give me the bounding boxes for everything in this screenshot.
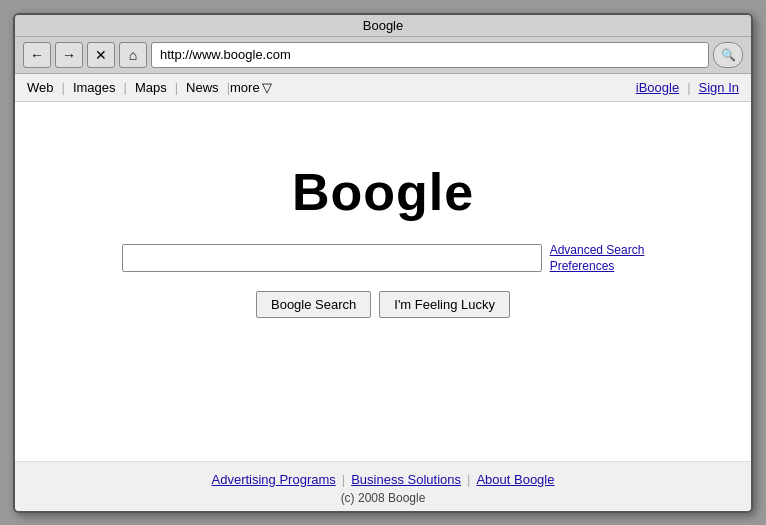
- footer-copyright: (c) 2008 Boogle: [341, 491, 426, 505]
- footer-business-link[interactable]: Business Solutions: [351, 472, 461, 487]
- home-button[interactable]: ⌂: [119, 42, 147, 68]
- toolbar: ← → ✕ ⌂ 🔍: [15, 37, 751, 74]
- go-button[interactable]: 🔍: [713, 42, 743, 68]
- boogle-search-button[interactable]: Boogle Search: [256, 291, 371, 318]
- nav-iboogle-link[interactable]: iBoogle: [636, 80, 679, 95]
- forward-button[interactable]: →: [55, 42, 83, 68]
- nav-images-link[interactable]: Images: [65, 80, 124, 95]
- nav-more-label: more: [230, 80, 260, 95]
- address-bar[interactable]: [151, 42, 709, 68]
- right-nav-links: iBoogle | Sign In: [636, 80, 739, 95]
- search-row: Advanced Search Preferences: [35, 242, 731, 276]
- browser-window: Boogle ← → ✕ ⌂ 🔍 Web | Images | Maps | N…: [13, 13, 753, 513]
- preferences-link[interactable]: Preferences: [550, 258, 615, 275]
- window-title: Boogle: [363, 18, 403, 33]
- stop-button[interactable]: ✕: [87, 42, 115, 68]
- footer-advertising-link[interactable]: Advertising Programs: [212, 472, 336, 487]
- page-footer: Advertising Programs | Business Solution…: [15, 461, 751, 511]
- advanced-search-link[interactable]: Advanced Search: [550, 242, 645, 259]
- page-content: Boogle Advanced Search Preferences Boogl…: [15, 102, 751, 461]
- button-row: Boogle Search I'm Feeling Lucky: [256, 291, 510, 318]
- nav-more-dropdown[interactable]: more ▽: [230, 80, 272, 95]
- footer-about-link[interactable]: About Boogle: [476, 472, 554, 487]
- back-button[interactable]: ←: [23, 42, 51, 68]
- nav-news-link[interactable]: News: [178, 80, 227, 95]
- site-logo: Boogle: [292, 162, 474, 222]
- left-nav-links: Web | Images | Maps | News | more ▽: [27, 80, 636, 95]
- side-links: Advanced Search Preferences: [550, 242, 645, 276]
- nav-web-link[interactable]: Web: [27, 80, 62, 95]
- footer-links: Advertising Programs | Business Solution…: [212, 472, 555, 487]
- chevron-down-icon: ▽: [262, 80, 272, 95]
- nav-signin-link[interactable]: Sign In: [699, 80, 739, 95]
- title-bar: Boogle: [15, 15, 751, 37]
- main-search-input[interactable]: [122, 244, 542, 272]
- nav-maps-link[interactable]: Maps: [127, 80, 175, 95]
- feeling-lucky-button[interactable]: I'm Feeling Lucky: [379, 291, 510, 318]
- search-area: Advanced Search Preferences Boogle Searc…: [35, 242, 731, 319]
- nav-bar: Web | Images | Maps | News | more ▽ iBoo…: [15, 74, 751, 102]
